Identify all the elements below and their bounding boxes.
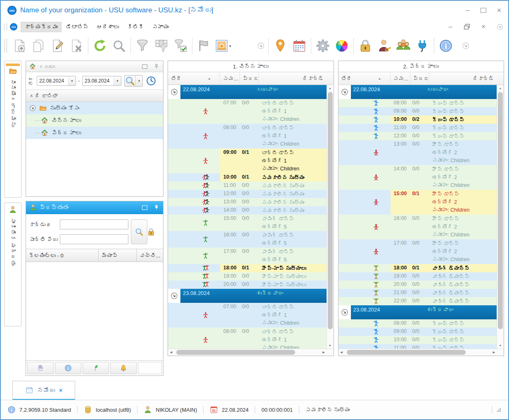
expander-icon[interactable] xyxy=(341,309,348,316)
scroll-up-icon[interactable]: ▲ xyxy=(327,85,334,91)
filter-columns-button[interactable] xyxy=(152,36,171,55)
menu-item-2[interactable]: ఆదేశాలు xyxy=(93,22,123,32)
schedule-row[interactable]: 07:000/0బార్బీ డాన్స్ఉద్యోగి 1సమూహం: Chi… xyxy=(168,99,327,124)
menu-item-3[interactable]: కిటికీ xyxy=(123,22,148,32)
side-tab-0[interactable]: వినియోగదారు మెను xyxy=(4,61,21,198)
schedule-row[interactable]: 12:000/0క్రంప్ డాన్స్ xyxy=(339,132,497,140)
schedule-row[interactable]: 18:000/1హిప్-హాప్ నృత్యాలు xyxy=(168,264,327,272)
tab-registration[interactable]: నమోదు × xyxy=(12,381,75,400)
column-time[interactable]: సమ... xyxy=(391,72,410,85)
tree-item-0[interactable]: నృత్యం కోసం xyxy=(26,102,163,114)
horizontal-scrollbar[interactable]: ◀▶ xyxy=(168,349,334,356)
refresh-button[interactable] xyxy=(90,36,109,55)
schedule-row[interactable]: 16:000/0పాపింగ్ డాన్స్ఉద్యోగి 5 xyxy=(168,231,327,248)
map-pin-button[interactable] xyxy=(271,36,290,55)
usu-menu-icon[interactable]: usu xyxy=(10,23,17,31)
report-image-button[interactable]: ▾ xyxy=(213,36,232,55)
settings-gear-button[interactable] xyxy=(313,36,332,55)
panel-pin-icon[interactable] xyxy=(153,63,160,70)
schedule-row[interactable]: 08:000/0క్రంప్ డాన్స్ xyxy=(339,99,497,107)
color-wheel-button[interactable] xyxy=(332,36,351,55)
chevron-down-icon[interactable]: ▾ xyxy=(114,76,121,85)
column-record[interactable]: రికార్డ్ xyxy=(429,72,497,85)
clock-button[interactable] xyxy=(146,76,156,86)
copy-record-button[interactable] xyxy=(29,36,48,55)
schedule-row[interactable]: 14:000/0హౌస్ డాన్స్ఉద్యోగి 2సమూహం: Child… xyxy=(339,165,497,190)
chevron-down-icon[interactable]: ▾ xyxy=(68,76,76,85)
scroll-down-icon[interactable]: ▼ xyxy=(327,342,334,349)
schedule-row[interactable]: 10:000/1సమకాలీన నృత్యం xyxy=(168,173,327,182)
schedule-row[interactable]: 15:000/0పాపింగ్ డాన్స్ఉద్యోగి 5 xyxy=(168,215,327,231)
schedule-row[interactable]: 08:000/0బార్బీ డాన్స్ఉద్యోగి 1సమూహం: Chi… xyxy=(168,124,327,149)
schedule-row[interactable]: 22:000/0వాకింగ్ డ్యాన్స్ xyxy=(339,297,497,305)
schedule-row[interactable]: 14:000/0సమకాలీన నృత్యం xyxy=(168,206,327,215)
flag-button[interactable] xyxy=(194,36,213,55)
mdi-close-button[interactable]: × xyxy=(480,24,487,30)
calendar-button[interactable] xyxy=(290,36,309,55)
menu-item-1[interactable]: డేటాబేస్ xyxy=(62,22,92,32)
panel-minimize-icon[interactable] xyxy=(142,205,147,210)
vertical-scrollbar[interactable]: ▲▼ xyxy=(327,85,334,349)
vertical-scrollbar[interactable]: ▲▼ xyxy=(497,85,504,349)
schedule-row[interactable]: 10:000/0క్రంప్ డాన్స్ xyxy=(339,336,497,344)
lock-button[interactable] xyxy=(356,36,375,55)
panel-pin-icon[interactable] xyxy=(153,204,160,211)
scrollbar-thumb[interactable] xyxy=(176,350,295,355)
schedule-row[interactable]: 17:000/0పాపింగ్ డాన్స్ఉద్యోగి 5 xyxy=(168,248,327,264)
maximize-button[interactable] xyxy=(480,7,487,14)
schedule-row[interactable]: 12:000/0సమకాలీన నృత్యం xyxy=(168,190,327,198)
schedule-row[interactable]: 21:000/0వాకింగ్ డ్యాన్స్ xyxy=(339,289,497,297)
resize-grip[interactable] xyxy=(492,406,502,413)
info-circle-button[interactable]: i xyxy=(436,36,455,55)
info-circle-button[interactable]: i xyxy=(55,362,81,374)
tree-item-2[interactable]: పెద్ద హాలు xyxy=(26,127,163,139)
schedule-row[interactable]: 11:000/0క్రంప్ డాన్స్ xyxy=(339,344,497,349)
edit-record-button[interactable] xyxy=(48,36,67,55)
clients-column-header-2[interactable]: వచ్చి... xyxy=(137,249,163,262)
side-tab-1[interactable]: సాంకేతిక మద్దతు xyxy=(4,203,21,326)
delete-record-button[interactable] xyxy=(67,36,86,55)
expander-icon[interactable] xyxy=(341,88,348,96)
search-button[interactable] xyxy=(109,36,128,55)
schedule-date-row[interactable]: 22.08.2024గురువారం xyxy=(339,85,497,99)
toolbar-grip[interactable] xyxy=(4,24,7,31)
hand-button[interactable] xyxy=(27,362,54,374)
horizontal-scrollbar[interactable]: ◀▶ xyxy=(339,349,504,356)
column-date[interactable]: తేదీ▲ xyxy=(168,72,220,85)
column-time[interactable]: సమ... xyxy=(220,72,240,85)
mdi-minimize-button[interactable]: – xyxy=(447,24,454,30)
clients-column-header-0[interactable]: క్లయింట్లు - 0 xyxy=(26,249,99,262)
schedule-row[interactable]: 18:000/1వాకింగ్ డ్యాన్స్ xyxy=(339,264,497,272)
scroll-left-icon[interactable]: ◀ xyxy=(339,351,345,354)
toolbar-grip2[interactable] xyxy=(4,39,7,53)
column-people[interactable]: ప్రజ... xyxy=(240,72,259,85)
add-record-button[interactable] xyxy=(10,36,29,55)
schedule-row[interactable]: 08:000/0క్రంప్ డాన్స్ xyxy=(339,319,497,328)
expander-icon[interactable] xyxy=(170,88,178,96)
search-icon[interactable] xyxy=(125,76,135,86)
schedule-row[interactable]: 09:000/0క్రంప్ డాన్స్ xyxy=(339,328,497,336)
schedule-date-row[interactable]: 22.08.2024గురువారం xyxy=(168,85,327,99)
full-name-input[interactable] xyxy=(60,234,128,244)
schedule-row[interactable]: 11:000/0క్రంప్ డాన్స్ xyxy=(339,124,497,132)
schedule-date-row[interactable]: 23.08.2024శుక్రవారం xyxy=(339,305,497,319)
filter-confirm-button[interactable] xyxy=(171,36,190,55)
menu-item-4[interactable]: సహాయం xyxy=(149,22,173,32)
overflow-button[interactable] xyxy=(256,36,266,55)
expander-icon[interactable] xyxy=(170,292,178,300)
client-search-button[interactable] xyxy=(131,219,147,244)
schedule-row[interactable]: 10:000/2క్రంప్ డాన్స్ xyxy=(339,116,497,124)
scrollbar-thumb[interactable] xyxy=(328,92,333,329)
tree-item-1[interactable]: చిన్న హాలు xyxy=(26,114,163,127)
date-from-select[interactable]: 22.08.2024 ▾ xyxy=(37,76,76,86)
schedule-row[interactable]: 07:000/0బార్బీ డాన్స్ఉద్యోగి 1సమూహం: Chi… xyxy=(168,303,327,328)
lock-icon[interactable] xyxy=(147,227,156,236)
chevron-down-icon[interactable]: ▾ xyxy=(229,44,231,48)
schedule-row[interactable]: 15:000/1హౌస్ డాన్స్ఉద్యోగి 2సమూహం: Child… xyxy=(339,190,497,215)
schedule-row[interactable]: 09:000/1బార్బీ డాన్స్ఉద్యోగి 1సమూహం: Chi… xyxy=(168,149,327,173)
client-quick-input[interactable] xyxy=(138,362,162,374)
column-people[interactable]: ప్రజ... xyxy=(410,72,429,85)
schedule-row[interactable]: 16:000/0హౌస్ డాన్స్ఉద్యోగి 2సమూహం: Child… xyxy=(339,215,497,239)
menu-item-0[interactable]: కార్యక్రమం xyxy=(21,22,62,32)
column-record[interactable]: రికార్డ్ xyxy=(259,72,327,85)
